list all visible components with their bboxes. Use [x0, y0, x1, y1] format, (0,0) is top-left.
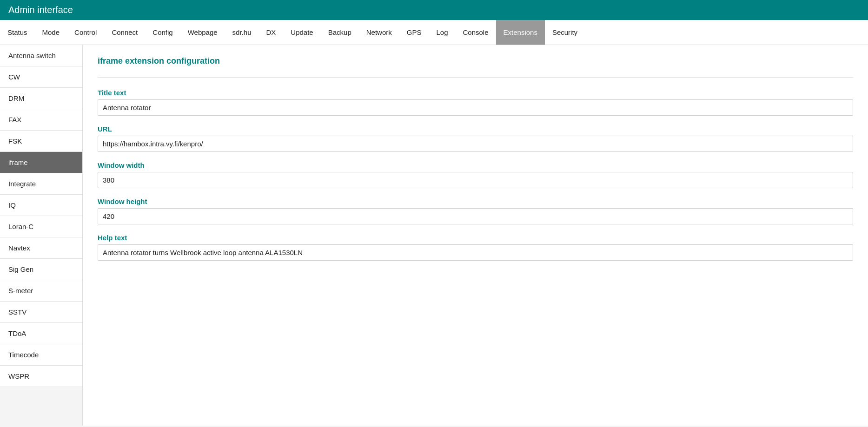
nav-item-status[interactable]: Status: [0, 20, 35, 45]
nav-item-mode[interactable]: Mode: [35, 20, 67, 45]
field-label-title-text: Title text: [98, 89, 853, 97]
nav-item-network[interactable]: Network: [359, 20, 399, 45]
field-input-window-width[interactable]: [98, 172, 853, 188]
sidebar-item-integrate[interactable]: Integrate: [0, 173, 82, 195]
field-label-help-text: Help text: [98, 234, 853, 242]
sidebar-item-loran-c[interactable]: Loran-C: [0, 216, 82, 237]
nav-item-connect[interactable]: Connect: [104, 20, 145, 45]
sidebar-item-navtex[interactable]: Navtex: [0, 237, 82, 259]
nav-item-config[interactable]: Config: [145, 20, 180, 45]
nav-item-sdr.hu[interactable]: sdr.hu: [225, 20, 259, 45]
sidebar-item-timecode[interactable]: Timecode: [0, 344, 82, 366]
field-input-help-text[interactable]: [98, 244, 853, 261]
field-group-title-text: Title text: [98, 89, 853, 116]
nav-item-update[interactable]: Update: [283, 20, 320, 45]
fields-container: Title textURLWindow widthWindow heightHe…: [98, 89, 853, 261]
content-area: iframe extension configuration Title tex…: [83, 45, 868, 426]
main-layout: Antenna switchCWDRMFAXFSKiframeIntegrate…: [0, 45, 868, 426]
sidebar-item-tdoa[interactable]: TDoA: [0, 323, 82, 344]
sidebar-item-fax[interactable]: FAX: [0, 109, 82, 131]
nav-item-security[interactable]: Security: [545, 20, 585, 45]
section-divider: [98, 77, 853, 78]
nav-item-dx[interactable]: DX: [258, 20, 283, 45]
sidebar-item-drm[interactable]: DRM: [0, 88, 82, 109]
field-input-window-height[interactable]: [98, 208, 853, 224]
sidebar-item-sstv[interactable]: SSTV: [0, 302, 82, 323]
field-group-help-text: Help text: [98, 234, 853, 261]
sidebar-item-s-meter[interactable]: S-meter: [0, 280, 82, 302]
field-group-window-height: Window height: [98, 197, 853, 224]
sidebar-item-sig-gen[interactable]: Sig Gen: [0, 259, 82, 280]
field-group-window-width: Window width: [98, 161, 853, 188]
section-title: iframe extension configuration: [98, 56, 853, 66]
nav-item-extensions[interactable]: Extensions: [496, 20, 545, 45]
field-input-url[interactable]: [98, 136, 853, 152]
app-title: Admin interface: [0, 0, 868, 20]
nav-item-log[interactable]: Log: [429, 20, 455, 45]
sidebar-item-iframe[interactable]: iframe: [0, 152, 82, 173]
sidebar-item-fsk[interactable]: FSK: [0, 131, 82, 152]
nav-item-console[interactable]: Console: [455, 20, 496, 45]
sidebar-item-wspr[interactable]: WSPR: [0, 366, 82, 387]
field-label-window-width: Window width: [98, 161, 853, 169]
sidebar-item-iq[interactable]: IQ: [0, 195, 82, 216]
sidebar: Antenna switchCWDRMFAXFSKiframeIntegrate…: [0, 45, 83, 426]
nav-item-control[interactable]: Control: [67, 20, 104, 45]
nav-item-backup[interactable]: Backup: [321, 20, 359, 45]
sidebar-item-cw[interactable]: CW: [0, 66, 82, 88]
field-input-title-text[interactable]: [98, 99, 853, 116]
field-label-window-height: Window height: [98, 197, 853, 205]
nav-bar: StatusModeControlConnectConfigWebpagesdr…: [0, 20, 868, 45]
nav-item-webpage[interactable]: Webpage: [180, 20, 225, 45]
sidebar-item-antenna-switch[interactable]: Antenna switch: [0, 45, 82, 66]
field-group-url: URL: [98, 125, 853, 152]
field-label-url: URL: [98, 125, 853, 133]
nav-item-gps[interactable]: GPS: [399, 20, 429, 45]
app-title-text: Admin interface: [8, 5, 73, 15]
